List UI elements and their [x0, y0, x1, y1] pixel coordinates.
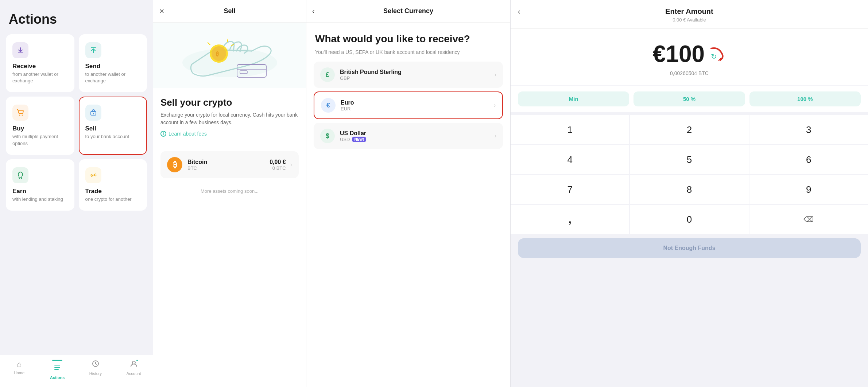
eur-info: Euro EUR [341, 99, 494, 112]
key-7[interactable]: 7 [511, 175, 629, 204]
currency-header: ‹ Select Currency [306, 0, 510, 23]
panel-select-currency: ‹ Select Currency What would you like to… [306, 0, 511, 387]
receive-icon [12, 42, 28, 58]
refresh-icon[interactable]: ↻ [711, 52, 717, 61]
action-card-receive[interactable]: Receive from another wallet or exchange [6, 34, 74, 92]
usd-icon: $ [320, 129, 335, 143]
gbp-name: British Pound Sterling [340, 69, 495, 75]
eur-chevron-icon: › [494, 102, 496, 109]
actions-nav-icon [53, 364, 61, 374]
nav-item-history[interactable]: History [77, 360, 115, 380]
sell-illustration: ₿ [153, 23, 306, 88]
eur-code: EUR [341, 106, 494, 112]
amount-large-wrap: €100 ↻ [653, 40, 726, 67]
bitcoin-icon: ₿ [167, 157, 182, 172]
amount-display: €100 ↻ 0,00260504 BTC [511, 29, 868, 85]
key-4[interactable]: 4 [511, 145, 629, 174]
send-subtitle: to another wallet or exchange [85, 71, 141, 84]
back-button[interactable]: ‹ [312, 7, 315, 15]
trade-label: Trade [85, 188, 141, 195]
svg-line-16 [227, 39, 228, 42]
sell-subtitle: to your bank account [85, 133, 141, 140]
enter-amount-header: ‹ Enter Amount 0,00 € Available [511, 0, 868, 29]
svg-line-15 [208, 43, 210, 45]
currency-header-title: Select Currency [383, 7, 433, 15]
actions-grid: Receive from another wallet or exchange … [0, 34, 153, 211]
eur-icon: € [321, 98, 336, 113]
receive-subtitle: You'll need a US, SEPA or UK bank accoun… [315, 49, 501, 56]
currency-item-gbp[interactable]: £ British Pound Sterling GBP › [314, 62, 503, 88]
min-button[interactable]: Min [518, 91, 629, 106]
gbp-code: GBP [340, 75, 495, 81]
svg-point-10 [132, 361, 135, 364]
panel-sell: ✕ Sell ₿ Sell your [153, 0, 306, 387]
enter-amount-title: Enter Amount [519, 7, 859, 16]
nav-home-label: Home [14, 371, 24, 375]
svg-rect-8 [89, 171, 98, 180]
sell-label: Sell [85, 125, 141, 132]
nav-item-actions[interactable]: Actions [38, 360, 77, 380]
usd-chevron-icon: › [495, 133, 496, 139]
panel-enter-amount: ‹ Enter Amount 0,00 € Available €100 ↻ 0… [511, 0, 868, 387]
nav-item-home[interactable]: ⌂ Home [0, 360, 38, 380]
trade-icon [85, 167, 101, 183]
key-2[interactable]: 2 [630, 115, 748, 144]
earn-subtitle: with lending and staking [12, 196, 68, 203]
svg-text:₿: ₿ [216, 51, 219, 57]
hundred-percent-button[interactable]: 100 % [749, 91, 861, 106]
amount-value: €100 [653, 40, 705, 67]
asset-amount: 0,00 € 0 BTC [270, 159, 286, 171]
sell-header: ✕ Sell [153, 0, 306, 23]
eur-name: Euro [341, 99, 494, 106]
info-icon: i [160, 131, 166, 137]
key-backspace[interactable]: ⌫ [749, 205, 868, 234]
bitcoin-asset-card[interactable]: ₿ Bitcoin BTC 0,00 € 0 BTC › [160, 151, 299, 178]
svg-point-13 [212, 46, 226, 61]
usd-name: US Dollar [340, 130, 495, 137]
send-icon [85, 42, 101, 58]
buy-icon [12, 105, 28, 121]
nav-actions-label: Actions [50, 375, 65, 380]
key-comma[interactable]: , [511, 205, 629, 234]
fifty-percent-button[interactable]: 50 % [633, 91, 745, 106]
action-card-earn[interactable]: Earn with lending and staking [6, 159, 74, 211]
account-icon [130, 360, 138, 370]
close-button[interactable]: ✕ [159, 7, 164, 15]
nav-item-account[interactable]: Account [115, 360, 153, 380]
key-8[interactable]: 8 [630, 175, 748, 204]
action-card-sell[interactable]: Sell to your bank account [79, 97, 147, 155]
sell-description: Exchange your crypto for local currency.… [160, 111, 299, 126]
key-0[interactable]: 0 [630, 205, 748, 234]
asset-fiat-amount: 0,00 € [270, 159, 286, 165]
action-card-trade[interactable]: Trade one crypto for another [79, 159, 147, 211]
gbp-chevron-icon: › [495, 71, 496, 78]
key-3[interactable]: 3 [749, 115, 868, 144]
asset-chevron-icon: › [290, 161, 292, 168]
earn-icon [12, 167, 28, 183]
currency-item-eur[interactable]: € Euro EUR › [314, 91, 503, 119]
nav-account-label: Account [127, 371, 141, 376]
active-bar [52, 360, 62, 361]
receive-subtitle: from another wallet or exchange [12, 71, 68, 84]
key-1[interactable]: 1 [511, 115, 629, 144]
actions-header: Actions [0, 0, 153, 34]
currency-list: £ British Pound Sterling GBP › € Euro EU… [306, 62, 510, 153]
key-9[interactable]: 9 [749, 175, 868, 204]
action-card-send[interactable]: Send to another wallet or exchange [79, 34, 147, 92]
usd-code: USD NEW! [340, 137, 495, 142]
asset-crypto-amount: 0 BTC [270, 165, 286, 171]
earn-label: Earn [12, 188, 68, 195]
asset-ticker: BTC [187, 165, 270, 171]
sell-main-title: Sell your crypto [160, 97, 299, 108]
buy-subtitle: with multiple payment options [12, 133, 68, 146]
action-card-buy[interactable]: Buy with multiple payment options [6, 97, 74, 155]
learn-fees-link[interactable]: i Learn about fees [160, 131, 299, 137]
sell-icon [85, 105, 101, 121]
amount-back-button[interactable]: ‹ [518, 7, 520, 16]
currency-item-usd[interactable]: $ US Dollar USD NEW! › [314, 123, 503, 149]
asset-name: Bitcoin [187, 159, 270, 165]
receive-title: What would you like to receive? [315, 33, 501, 45]
key-5[interactable]: 5 [630, 145, 748, 174]
key-6[interactable]: 6 [749, 145, 868, 174]
amount-btc: 0,00260504 BTC [670, 70, 709, 76]
